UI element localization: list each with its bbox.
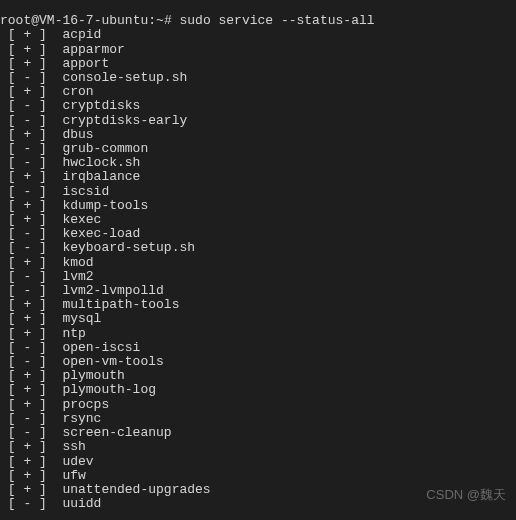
prompt-symbol: # [164, 13, 172, 28]
prompt-command: sudo service --status-all [180, 13, 375, 28]
prompt-user: root [0, 13, 31, 28]
shell-prompt[interactable]: root@VM-16-7-ubuntu:~# sudo service --st… [0, 13, 375, 28]
service-list: [ + ] acpid [ + ] apparmor [ + ] apport … [0, 28, 516, 511]
terminal-output[interactable]: root@VM-16-7-ubuntu:~# sudo service --st… [0, 0, 516, 520]
prompt-host: VM-16-7-ubuntu [39, 13, 148, 28]
prompt-path: ~ [156, 13, 164, 28]
